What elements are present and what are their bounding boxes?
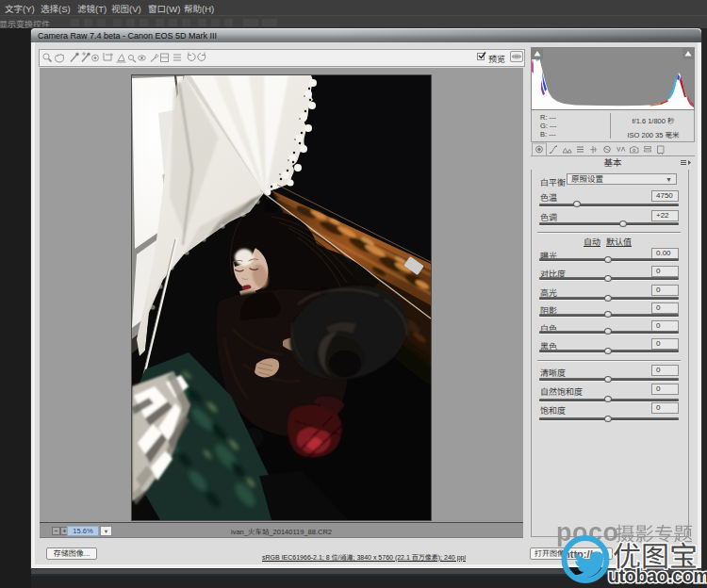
svg-text:poco: poco [556, 518, 619, 547]
svg-text:utobao.com: utobao.com [608, 565, 707, 586]
